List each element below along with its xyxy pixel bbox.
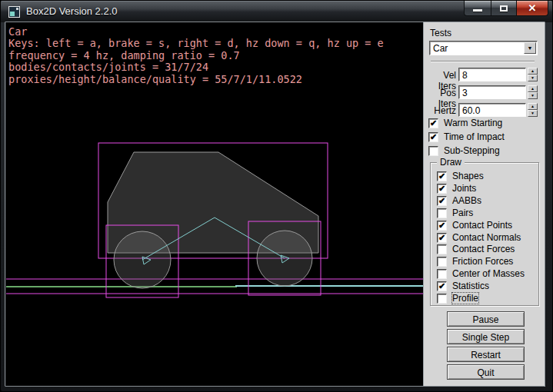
window-title: Box2D Version 2.2.0	[26, 5, 118, 17]
checkbox-label: Time of Impact	[444, 131, 505, 142]
checkbox-label: Sub-Stepping	[444, 145, 500, 156]
checkbox-box[interactable]	[437, 244, 447, 254]
close-icon: ✕	[528, 3, 537, 13]
checkbox-label: Contact Points	[452, 220, 512, 231]
checkbox-label: Friction Forces	[452, 256, 513, 267]
checkbox-label: Contact Forces	[452, 244, 515, 254]
checkbox-box[interactable]: ✔	[437, 184, 447, 194]
spinner-row-vel-iters: Vel Iters 8 ▲ ▼	[424, 68, 546, 81]
checkbox-joints[interactable]: ✔ Joints	[437, 183, 476, 194]
checkbox-warm-starting[interactable]: ✔ Warm Starting	[428, 118, 502, 128]
draw-group-title: Draw	[437, 157, 465, 168]
box2d-window: Box2D Version 2.2.0 ✕	[0, 0, 553, 392]
single-step-button[interactable]: Single Step	[447, 329, 525, 344]
checkbox-label: Joints	[452, 183, 476, 194]
checkbox-sub-stepping[interactable]: Sub-Stepping	[428, 145, 500, 156]
checkbox-label: Shapes	[452, 171, 484, 181]
checkbox-shapes[interactable]: ✔ Shapes	[437, 171, 484, 181]
checkbox-box[interactable]: ✔	[437, 171, 447, 181]
checkbox-label: Statistics	[452, 281, 489, 291]
spinner-up-icon[interactable]: ▲	[528, 103, 538, 110]
checkbox-label: Profile	[452, 293, 478, 304]
stats-line: proxies/height/balance/quality = 55/7/1/…	[8, 74, 384, 85]
control-sidebar: Tests Car ▼ Vel Iters 8 ▲ ▼ Pos Iters 3 …	[423, 22, 545, 387]
test-select-value: Car	[430, 43, 524, 54]
checkbox-profile[interactable]: Profile	[437, 293, 478, 304]
checkbox-box[interactable]: ✔	[437, 233, 447, 243]
checkbox-label: AABBs	[452, 195, 481, 206]
chevron-down-icon[interactable]: ▼	[524, 42, 536, 54]
stats-line: Keys: left = a, brake = s, right = d, hz…	[8, 38, 384, 49]
minimize-icon	[473, 9, 482, 12]
checkbox-contact-normals[interactable]: ✔ Contact Normals	[437, 232, 521, 243]
checkbox-box[interactable]: ✔	[437, 221, 447, 231]
checkbox-statistics[interactable]: ✔ Statistics	[437, 281, 489, 291]
pos-iters-input[interactable]: 3	[458, 85, 526, 99]
spinner-down-icon[interactable]: ▼	[528, 92, 538, 99]
simulation-canvas[interactable]: CarKeys: left = a, brake = s, right = d,…	[6, 22, 423, 387]
vel-iters-stepper[interactable]: ▲ ▼	[528, 68, 538, 81]
spinner-row-pos-iters: Pos Iters 3 ▲ ▼	[424, 85, 546, 99]
pause-button[interactable]: Pause	[447, 311, 525, 327]
quit-button[interactable]: Quit	[447, 364, 525, 380]
checkbox-box[interactable]	[437, 294, 447, 304]
checkbox-center-of-masses[interactable]: Center of Masses	[437, 268, 525, 279]
checkbox-box[interactable]	[437, 269, 447, 279]
spinner-down-icon[interactable]: ▼	[528, 75, 538, 81]
minimize-button[interactable]	[464, 1, 491, 16]
spinner-down-icon[interactable]: ▼	[528, 110, 538, 117]
tests-label: Tests	[430, 28, 451, 38]
checkbox-box[interactable]: ✔	[437, 196, 447, 206]
checkbox-box[interactable]: ✔	[428, 132, 438, 142]
app-icon	[8, 6, 20, 18]
test-select[interactable]: Car ▼	[429, 41, 538, 55]
checkbox-label: Warm Starting	[444, 118, 502, 128]
checkbox-aabbs[interactable]: ✔ AABBs	[437, 195, 481, 206]
checkbox-box[interactable]	[437, 257, 447, 267]
title-bar[interactable]: Box2D Version 2.2.0 ✕	[1, 1, 553, 22]
checkbox-box[interactable]: ✔	[428, 118, 438, 128]
stats-text: CarKeys: left = a, brake = s, right = d,…	[8, 26, 384, 85]
caption-buttons: ✕	[464, 1, 548, 16]
checkbox-box[interactable]: ✔	[437, 281, 447, 291]
pos-iters-stepper[interactable]: ▲ ▼	[528, 85, 538, 99]
spinner-up-icon[interactable]: ▲	[528, 68, 538, 75]
stats-line: bodies/contacts/joints = 31/7/24	[8, 61, 384, 73]
spinner-up-icon[interactable]: ▲	[528, 85, 538, 92]
checkbox-friction-forces[interactable]: Friction Forces	[437, 256, 513, 267]
checkbox-box[interactable]	[428, 146, 438, 156]
checkbox-contact-forces[interactable]: Contact Forces	[437, 244, 515, 254]
hertz-stepper[interactable]: ▲ ▼	[528, 103, 538, 117]
checkbox-pairs[interactable]: Pairs	[437, 208, 473, 218]
client-area: CarKeys: left = a, brake = s, right = d,…	[6, 22, 545, 387]
close-button[interactable]: ✕	[517, 1, 548, 16]
spinner-row-hertz: Hertz 60.0 ▲ ▼	[424, 103, 546, 117]
maximize-button[interactable]	[491, 1, 517, 16]
stats-line: frequency = 4 hz, damping ratio = 0.7	[8, 50, 384, 61]
checkbox-label: Pairs	[452, 208, 473, 218]
hertz-input[interactable]: 60.0	[458, 103, 526, 117]
restart-button[interactable]: Restart	[447, 347, 525, 362]
stats-line: Car	[8, 26, 384, 38]
checkbox-contact-points[interactable]: ✔ Contact Points	[437, 220, 512, 231]
checkbox-box[interactable]	[437, 208, 447, 218]
spinner-label: Hertz	[424, 105, 456, 116]
separator	[431, 61, 535, 62]
checkbox-label: Center of Masses	[452, 268, 525, 279]
vel-iters-input[interactable]: 8	[458, 68, 526, 81]
maximize-icon	[500, 5, 508, 12]
checkbox-time-of-impact[interactable]: ✔ Time of Impact	[428, 131, 505, 142]
checkbox-label: Contact Normals	[452, 232, 521, 243]
